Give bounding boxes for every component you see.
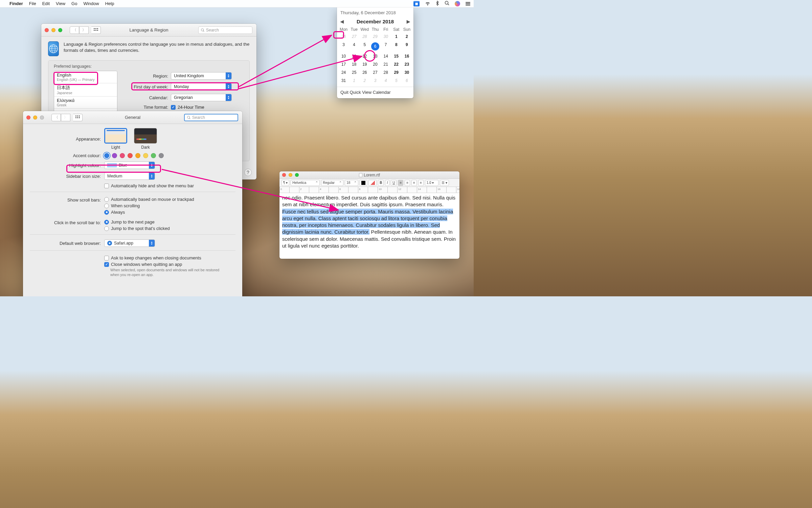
accent-colour-option[interactable] [128,153,133,158]
calendar-day[interactable]: 29 [391,68,402,77]
accent-colour-option[interactable] [159,153,164,158]
app-menu[interactable]: Finder [9,1,23,6]
calendar-day[interactable]: 15 [391,52,402,60]
region-select[interactable]: United Kingdom ▲▼ [171,72,232,80]
align-right-button[interactable]: ≡ [411,180,417,186]
document-text[interactable]: nec odio. Praesent libero. Sed cursus an… [279,193,459,252]
appearance-light[interactable]: Light [104,128,127,150]
calendar-select[interactable]: Gregorian ▲▼ [171,94,232,101]
calendar-day[interactable]: 19 [359,60,370,68]
language-item-english[interactable]: English English (UK) — Primary [54,71,117,83]
search-field[interactable]: Search [198,26,252,34]
calendar-day[interactable]: 31 [338,77,349,85]
minimize-button[interactable] [289,173,292,177]
calendar-day[interactable]: 29 [370,33,380,41]
calendar-day[interactable]: 26 [338,33,349,41]
accent-colour-option[interactable] [104,153,109,158]
wifi-icon[interactable] [425,1,430,6]
paragraph-style-select[interactable]: ¶ ▾ [281,180,289,186]
calendar-day[interactable]: 3 [338,41,349,52]
calendar-day[interactable]: 30 [402,68,412,77]
accent-colour-option[interactable] [143,153,148,158]
calendar-day[interactable]: 18 [349,60,359,68]
zoom-button[interactable] [40,115,44,120]
calendar-day[interactable]: 14 [381,52,391,60]
language-item-japanese[interactable]: 日本語 Japanese [54,83,117,97]
calendar-day[interactable]: 9 [402,41,412,52]
bluetooth-icon[interactable] [436,1,439,7]
sidebar-icon-size-select[interactable]: Medium ▲▼ [104,172,155,180]
minimize-button[interactable] [51,28,55,32]
autohide-menubar-checkbox[interactable]: Automatically hide and show the menu bar [104,183,194,188]
calendar-day[interactable]: 13 [370,52,380,60]
back-button[interactable]: 〈 [70,26,79,34]
menu-view[interactable]: View [56,1,65,6]
close-windows-quit-checkbox[interactable]: ✓ Close windows when quitting an app [104,262,182,267]
menu-edit[interactable]: Edit [42,1,50,6]
line-spacing-select[interactable]: 1.0 ▾ [425,180,438,186]
calendar-day[interactable]: 20 [370,60,380,68]
ruler[interactable]: 024681012141618 [279,187,459,193]
calendar-day[interactable]: 21 [381,60,391,68]
menu-file[interactable]: File [29,1,36,6]
align-left-button[interactable]: ≡ [398,180,403,186]
spotlight-icon[interactable] [445,1,449,6]
align-justify-button[interactable]: ≡ [418,180,424,186]
underline-button[interactable]: U [391,180,397,186]
close-button[interactable] [282,173,286,177]
calendar-day[interactable]: 17 [338,60,349,68]
calendar-day[interactable]: 8 [391,41,402,52]
siri-icon[interactable] [455,1,460,6]
radio-option[interactable]: Jump to the next page [104,219,170,225]
forward-button[interactable]: 〉 [61,114,70,121]
calendar-day[interactable]: 16 [402,52,412,60]
text-colour-button[interactable] [360,180,367,186]
menu-go[interactable]: Go [71,1,77,6]
language-item-greek[interactable]: Ελληνικά Greek [54,97,117,109]
calendar-day[interactable]: 11 [349,52,359,60]
calendar-day[interactable]: 22 [391,60,402,68]
quit-calendar-item[interactable]: Quit Quick View Calendar [337,87,413,98]
calendar-day[interactable]: 28 [359,33,370,41]
appearance-dark[interactable]: Dark [134,128,157,150]
default-browser-select[interactable]: Safari.app ▲▼ [104,239,155,247]
calendar-day[interactable]: 5 [359,41,370,52]
help-button[interactable]: ? [244,169,252,176]
calendar-day[interactable]: 30 [381,33,391,41]
calendar-day[interactable]: 28 [381,68,391,77]
font-style-select[interactable]: Regular ⌃ [321,180,343,186]
calendar-day[interactable]: 4 [381,77,391,85]
calendar-day[interactable]: 1 [349,77,359,85]
highlight-colour-button[interactable] [368,180,377,186]
zoom-button[interactable] [58,28,62,32]
next-month-button[interactable]: ▶ [407,19,410,24]
accent-colour-option[interactable] [151,153,156,158]
calendar-day[interactable]: 27 [349,33,359,41]
minimize-button[interactable] [33,115,37,120]
calendar-day[interactable]: 27 [370,68,380,77]
align-center-button[interactable]: ≡ [405,180,410,186]
font-family-select[interactable]: Helvetica ⌃ [291,180,320,186]
prev-month-button[interactable]: ◀ [340,19,344,24]
highlight-colour-select[interactable]: Blue ▲▼ [104,162,155,169]
menu-help[interactable]: Help [105,1,114,6]
show-all-button[interactable] [91,26,101,34]
calendar-day[interactable]: 7 [381,41,391,52]
zoom-button[interactable] [295,173,299,177]
calendar-day[interactable]: 5 [391,77,402,85]
radio-option[interactable]: Always [104,210,194,215]
calendar-day[interactable]: 12 [359,52,370,60]
accent-colour-option[interactable] [135,153,140,158]
menu-window[interactable]: Window [83,1,99,6]
calendar-day[interactable]: 24 [338,68,349,77]
calendar-day[interactable]: 26 [359,68,370,77]
calendar-day[interactable]: 2 [402,33,412,41]
close-button[interactable] [45,28,49,32]
calendar-day[interactable]: 3 [370,77,380,85]
calendar-day[interactable]: 6 [402,77,412,85]
calendar-day[interactable]: 2 [359,77,370,85]
calendar-day[interactable]: 4 [349,41,359,52]
notification-center-icon[interactable] [466,2,470,5]
italic-button[interactable]: I [385,180,389,186]
close-button[interactable] [26,115,30,120]
